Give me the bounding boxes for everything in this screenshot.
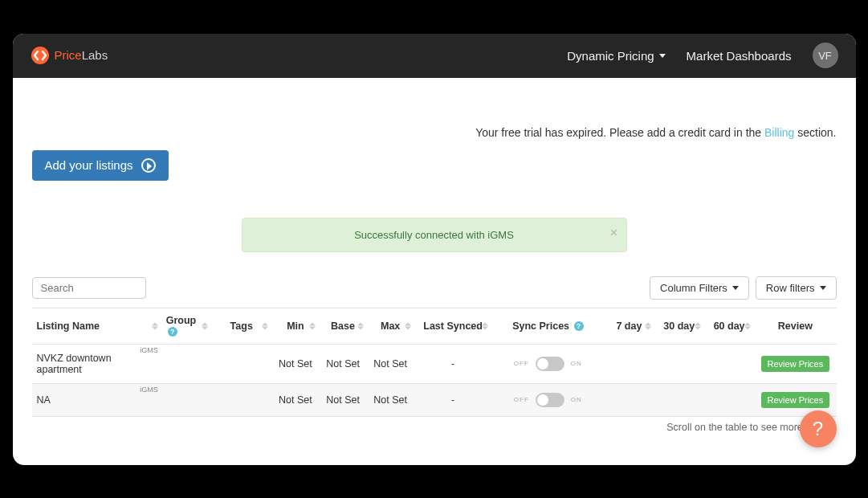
cell-listing-name[interactable]: iGMS NA [32,383,161,416]
th-max-label: Max [381,320,400,332]
th-group-label: Group [166,315,197,326]
sync-toggle[interactable] [536,357,564,371]
th-base[interactable]: Base [319,308,366,345]
brand-logo-icon [31,46,50,65]
cell-group [161,344,211,383]
sort-icon [152,322,158,329]
brand-text: PriceLabs [55,48,108,63]
alert-text: Successfully connected with iGMS [354,229,514,241]
cell-max: Not Set [367,383,414,416]
nav-market-dashboards-label: Market Dashboards [687,49,792,63]
cell-group [161,383,211,416]
help-icon[interactable]: ? [574,321,584,331]
trial-prefix: Your free trial has expired. Please add … [475,126,764,139]
th-last-synced[interactable]: Last Synced [414,308,492,345]
cell-review: Review Prices [754,344,836,383]
pms-tag: iGMS [140,386,158,394]
cell-listing-name[interactable]: iGMS NVKZ downtown apartment [32,344,161,383]
cell-sync-prices: OFF ON [491,383,604,416]
listings-table: Listing Name Group? Tags Min [32,308,837,417]
trial-suffix: section. [794,126,836,139]
review-prices-button[interactable]: Review Prices [761,356,830,372]
th-review-label: Review [778,320,813,332]
cell-last-synced: - [414,344,492,383]
pms-tag: iGMS [140,346,158,354]
cell-tags [211,344,271,383]
sort-icon [357,322,364,329]
table-row: iGMS NA Not Set Not Set Not Set - OFF ON… [32,383,837,416]
th-min[interactable]: Min [271,308,319,345]
help-fab-icon: ? [813,418,823,440]
sort-icon [695,322,701,329]
cell-7day [604,383,654,416]
sort-icon [482,322,488,329]
caret-down-icon [820,286,826,290]
th-60day-label: 60 day [714,320,745,332]
th-sync-prices[interactable]: Sync Prices ? [491,308,604,345]
add-listings-button[interactable]: Add your listings [32,150,169,181]
sort-icon [262,322,268,329]
th-review: Review [754,308,836,345]
scroll-hint: Scroll on the table to see more listings [32,422,837,433]
brand[interactable]: PriceLabs [31,46,108,65]
cell-30day [654,344,704,383]
app-window: PriceLabs Dynamic Pricing Market Dashboa… [13,34,856,465]
table-toolbar: Column Filters Row filters [32,276,837,300]
sort-icon [645,322,651,329]
search-input[interactable] [32,277,146,299]
cell-min: Not Set [271,344,319,383]
avatar-initials: VF [818,50,832,62]
toggle-off-label: OFF [514,360,529,367]
caret-down-icon [659,54,666,58]
th-30day[interactable]: 30 day [654,308,704,345]
th-base-label: Base [331,320,355,332]
cell-60day [704,344,754,383]
cell-30day [654,383,704,416]
th-tags-label: Tags [230,320,253,332]
alert-close-button[interactable]: × [610,226,618,239]
nav-market-dashboards[interactable]: Market Dashboards [687,49,792,63]
avatar[interactable]: VF [813,43,838,68]
listing-name-text: NA [37,394,51,406]
nav-dynamic-pricing[interactable]: Dynamic Pricing [567,49,665,63]
cell-base: Not Set [319,383,366,416]
table-row: iGMS NVKZ downtown apartment Not Set Not… [32,344,837,383]
review-prices-button[interactable]: Review Prices [761,392,830,408]
cell-tags [211,383,271,416]
th-listing-name-label: Listing Name [37,320,100,332]
th-7day-label: 7 day [616,320,642,332]
toggle-off-label: OFF [514,396,529,403]
cell-sync-prices: OFF ON [491,344,604,383]
th-7day[interactable]: 7 day [604,308,654,345]
toggle-on-label: ON [571,360,582,367]
column-filters-button[interactable]: Column Filters [650,276,749,300]
th-tags[interactable]: Tags [211,308,271,345]
th-30day-label: 30 day [663,320,695,332]
th-last-synced-label: Last Synced [423,320,483,332]
trial-expired-message: Your free trial has expired. Please add … [32,126,837,139]
cell-max: Not Set [367,344,414,383]
cell-last-synced: - [414,383,492,416]
help-icon[interactable]: ? [168,327,177,337]
sort-icon [202,322,208,329]
listing-name-text: NVKZ downtown apartment [37,353,112,375]
help-fab[interactable]: ? [800,410,837,447]
sort-icon [744,322,751,329]
cell-7day [604,344,654,383]
listings-table-wrap: Listing Name Group? Tags Min [32,308,837,417]
nav-dynamic-pricing-label: Dynamic Pricing [567,49,654,63]
th-max[interactable]: Max [367,308,414,345]
th-min-label: Min [287,320,304,332]
sort-icon [309,322,316,329]
cell-60day [704,383,754,416]
row-filters-button[interactable]: Row filters [756,276,837,300]
cell-min: Not Set [271,383,319,416]
cell-base: Not Set [319,344,366,383]
billing-link[interactable]: Billing [764,126,794,139]
th-60day[interactable]: 60 day [704,308,754,345]
caret-down-icon [732,286,739,290]
th-listing-name[interactable]: Listing Name [32,308,161,345]
sync-toggle[interactable] [536,393,564,407]
th-group[interactable]: Group? [161,308,211,345]
navbar: PriceLabs Dynamic Pricing Market Dashboa… [13,34,856,78]
